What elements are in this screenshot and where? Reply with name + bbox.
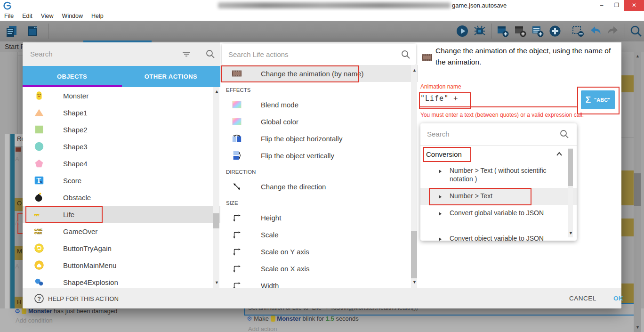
- add-event-icon[interactable]: [496, 24, 509, 38]
- condition-row[interactable]: ⚙ Monster has just been damaged: [15, 308, 117, 315]
- toolbar-separator: [625, 24, 625, 39]
- scroll-down-icon[interactable]: ▼: [569, 231, 573, 235]
- action-row[interactable]: Blend mode: [220, 96, 418, 113]
- action-row[interactable]: Height: [220, 209, 418, 226]
- objects-search-field[interactable]: Search: [23, 42, 220, 66]
- scroll-up-icon[interactable]: ▲: [215, 89, 219, 94]
- objects-search-placeholder: Search: [30, 50, 53, 58]
- object-row-gameover[interactable]: GAMEOVERGameOver: [23, 223, 220, 240]
- menu-file[interactable]: File: [0, 12, 18, 19]
- action-row[interactable]: Flip the object horizontally: [220, 130, 418, 147]
- debug-icon[interactable]: [473, 24, 486, 38]
- expression-builder-button[interactable]: Σ "ABC": [581, 90, 615, 109]
- action-row[interactable]: Change the direction: [220, 178, 418, 195]
- object-row-buttontryagain[interactable]: ButtonTryAgain: [23, 240, 220, 257]
- blink-action-row[interactable]: ⚙ Make Monster blink for 1.5 seconds: [247, 315, 359, 322]
- search-icon[interactable]: [401, 49, 411, 60]
- add-action-link[interactable]: Add action: [248, 325, 277, 332]
- expression-item[interactable]: Number > Text ( without scientific notat…: [420, 162, 577, 188]
- action-row[interactable]: Scale on X axis: [220, 260, 418, 277]
- minimize-button[interactable]: –: [594, 0, 609, 11]
- animation-name-input[interactable]: "Life" +: [420, 94, 458, 103]
- object-row-score[interactable]: TxScore: [23, 172, 220, 189]
- objects-scrollbar[interactable]: ▲ ▼: [213, 87, 219, 288]
- object-row-shape4explosion[interactable]: Shape4Explosion: [23, 274, 220, 288]
- maximize-button[interactable]: ❐: [609, 0, 624, 11]
- triangle-right-icon: [437, 210, 443, 216]
- expression-group-conversion[interactable]: Conversion: [420, 146, 577, 162]
- help-link[interactable]: HELP FOR THIS ACTION: [48, 295, 119, 302]
- action-row[interactable]: Width: [220, 277, 418, 288]
- tab-other-actions[interactable]: OTHER ACTIONS: [121, 66, 220, 87]
- action-row[interactable]: Scale: [220, 226, 418, 243]
- scrollbar-thumb[interactable]: [213, 213, 219, 228]
- object-row-shape4[interactable]: Shape4: [23, 155, 220, 172]
- action-row[interactable]: Change the animation (by name): [220, 65, 418, 82]
- object-row-shape2[interactable]: Shape2: [23, 121, 220, 138]
- chevron-up-icon[interactable]: [555, 150, 564, 159]
- help-icon: ?: [34, 293, 44, 304]
- toolbar-separator: [567, 24, 567, 39]
- section-header-size: SIZE: [220, 195, 418, 209]
- blend-icon: [232, 99, 242, 110]
- animation-name-label: Animation name: [420, 83, 461, 90]
- filter-icon[interactable]: [181, 49, 192, 59]
- object-row-life[interactable]: ♥♥♥Life: [23, 206, 220, 223]
- expression-item[interactable]: Number > Text: [420, 188, 577, 205]
- object-row-monster[interactable]: Monster: [23, 87, 220, 104]
- triangle-right-icon: [437, 193, 443, 199]
- circle-icon: [34, 141, 44, 152]
- add-comment-icon[interactable]: [514, 24, 527, 38]
- action-description: Change the animation of the object, usin…: [435, 45, 619, 68]
- search-icon[interactable]: [205, 49, 216, 59]
- gear-icon: ⚙: [247, 315, 252, 322]
- search-toolbar-icon[interactable]: [629, 24, 643, 38]
- vertical-scrollbar[interactable]: ▲ ▼: [634, 52, 641, 332]
- scroll-down-icon[interactable]: ▼: [412, 280, 417, 284]
- object-row-buttonmainmenu[interactable]: ButtonMainMenu: [23, 257, 220, 274]
- redo-icon[interactable]: [606, 24, 620, 38]
- scroll-down-icon[interactable]: ▼: [636, 325, 640, 330]
- blend-icon: [232, 116, 242, 127]
- menu-view[interactable]: View: [37, 12, 58, 19]
- add-condition-link[interactable]: Add condition: [16, 317, 53, 324]
- object-row-obstacle[interactable]: Obstacle: [23, 189, 220, 206]
- play-icon[interactable]: [456, 24, 469, 38]
- window-title: game.json.autosave: [452, 2, 507, 9]
- action-row[interactable]: Scale on Y axis: [220, 243, 418, 260]
- cancel-button[interactable]: CANCEL: [559, 295, 606, 302]
- scroll-up-icon[interactable]: ▲: [412, 68, 417, 73]
- undo-icon[interactable]: [589, 24, 602, 38]
- expression-item[interactable]: Convert global variable to JSON: [420, 205, 577, 230]
- action-row[interactable]: Global color: [220, 113, 418, 130]
- scroll-up-icon[interactable]: ▲: [636, 54, 640, 58]
- tab-objects[interactable]: OBJECTS: [23, 66, 121, 87]
- ok-button[interactable]: OK: [613, 295, 623, 302]
- remove-event-icon[interactable]: [572, 24, 585, 38]
- explosion-icon: [34, 277, 44, 287]
- search-icon[interactable]: [559, 129, 570, 139]
- add-plus-icon[interactable]: [548, 24, 562, 38]
- expression-item[interactable]: Convert object variable to JSON: [420, 230, 577, 241]
- events-sheet-icon[interactable]: [5, 24, 18, 38]
- actions-scrollbar[interactable]: ▲ ▼: [411, 65, 417, 288]
- close-button[interactable]: ✕: [624, 0, 644, 11]
- menu-window[interactable]: Window: [58, 12, 87, 19]
- tab-start-page[interactable]: Start P: [5, 43, 25, 50]
- menu-help[interactable]: Help: [87, 12, 108, 19]
- actions-search-field[interactable]: Search Life actions: [222, 44, 416, 65]
- expression-scrollbar[interactable]: ▼: [568, 148, 573, 237]
- expression-search-field[interactable]: Search: [420, 123, 577, 146]
- toolbar-separator: [48, 24, 49, 39]
- objects-tabbar: OBJECTSOTHER ACTIONS: [23, 66, 220, 87]
- action-row[interactable]: Flip the object vertically: [220, 147, 418, 164]
- scrollbar-thumb[interactable]: [634, 173, 641, 206]
- object-row-shape3[interactable]: Shape3: [23, 138, 220, 155]
- object-row-shape1[interactable]: Shape1: [23, 104, 220, 121]
- menu-edit[interactable]: Edit: [18, 12, 37, 19]
- scrollbar-thumb[interactable]: [411, 231, 417, 278]
- scrollbar-thumb[interactable]: [568, 149, 573, 186]
- scroll-down-icon[interactable]: ▼: [215, 280, 219, 285]
- scene-editor-icon[interactable]: [26, 24, 39, 38]
- add-subevent-icon[interactable]: [531, 24, 544, 38]
